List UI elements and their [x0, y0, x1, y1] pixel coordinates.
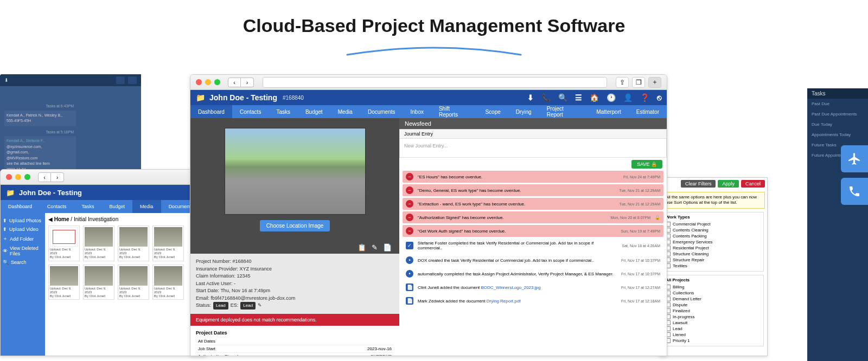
checkbox-row[interactable]: Structure Repair	[666, 257, 761, 263]
thumb-item[interactable]: Upload: Dec 9, 2023By Clint Junell	[83, 225, 114, 261]
edit-icon[interactable]: ✎	[258, 302, 262, 310]
feed-item[interactable]: •DOX created the task Verify Residential…	[403, 254, 663, 266]
checkbox-row[interactable]: Liened	[666, 332, 761, 338]
checkbox-row[interactable]: Billing	[666, 284, 761, 290]
sidebar-add-folder[interactable]: ＋Add Folder	[3, 234, 43, 244]
sidebar-view-deleted[interactable]: 👁View Deleted Files	[3, 244, 43, 258]
back-button[interactable]: ‹	[228, 78, 241, 87]
feed-item[interactable]: ✓Stefanie Foster completed the task Veri…	[403, 238, 663, 253]
help-icon[interactable]: ❓	[640, 93, 649, 102]
tab-shift[interactable]: Shift Reports	[431, 105, 477, 118]
tab-media[interactable]: Media	[132, 200, 161, 213]
tab-dashboard[interactable]: Dashboard	[190, 105, 232, 118]
back-button[interactable]: ‹	[38, 172, 51, 182]
search-icon[interactable]: 🔍	[558, 93, 567, 102]
close-dot[interactable]	[6, 174, 12, 180]
checkbox-row[interactable]: Contents Packing	[666, 233, 761, 239]
sidebar-upload-photos[interactable]: ⬆Upload Photos	[3, 216, 43, 225]
note-icon[interactable]: 📄	[383, 243, 392, 252]
tab-drying[interactable]: Drying	[508, 105, 539, 118]
tab-contacts[interactable]: Contacts	[232, 105, 269, 118]
clock-icon[interactable]: 🕐	[607, 93, 616, 102]
phone-icon[interactable]: 📞	[541, 93, 551, 102]
doc-link[interactable]: Drying Report.pdf	[487, 299, 521, 304]
task-card[interactable]: Kendall A., Patrick N., Wesley B., 555-4…	[4, 111, 76, 126]
cancel-button[interactable]: Cancel	[741, 180, 765, 188]
save-button[interactable]: SAVE 🔒	[631, 160, 662, 169]
feed-item[interactable]: −"Demo, General, ES work type" has becom…	[403, 184, 663, 196]
checkbox-row[interactable]: Lead	[666, 326, 761, 332]
doc-link[interactable]: BODC_WinnersLogo_2023.jpg	[481, 285, 541, 290]
feed-item[interactable]: −"Get Work Auth signed" has become overd…	[403, 225, 663, 237]
tab-dashboard[interactable]: Dashboard	[1, 200, 40, 213]
checkbox-row[interactable]: Emergency Services	[666, 239, 761, 245]
logout-icon[interactable]: ⎋	[657, 93, 661, 102]
close-dot[interactable]	[196, 79, 202, 85]
tab-budget[interactable]: Budget	[102, 200, 133, 213]
feed-item[interactable]: 📄Mark Zedwick added the document Drying …	[403, 295, 663, 307]
checkbox-row[interactable]: Demand Letter	[666, 296, 761, 302]
url-bar[interactable]	[263, 77, 607, 88]
tab-budget[interactable]: Budget	[298, 105, 330, 118]
edit-icon[interactable]: ✎	[372, 243, 378, 252]
max-dot[interactable]	[24, 174, 30, 180]
download-icon[interactable]: ⬇	[527, 93, 534, 102]
side-plane-button[interactable]	[841, 145, 868, 172]
download-icon[interactable]: ⬇	[4, 78, 9, 83]
copy-icon[interactable]: 📋	[358, 243, 366, 252]
checkbox-row[interactable]: Structure Cleaning	[666, 251, 761, 257]
checkbox-row[interactable]: Residential Project	[666, 245, 761, 251]
side-phone-button[interactable]	[841, 178, 868, 205]
grid-view-icon[interactable]	[128, 76, 137, 84]
breadcrumb-home[interactable]: Home	[54, 216, 69, 222]
checkbox-row[interactable]: Finalized	[666, 308, 761, 314]
thumb-item[interactable]: Upload: Dec 9, 2023By Clint Junell	[118, 265, 149, 300]
checkbox-row[interactable]: Dispute	[666, 302, 761, 308]
tab-tasks[interactable]: Tasks	[269, 105, 298, 118]
thumb-item[interactable]: Upload: Dec 9, 2023By Clint Junell	[118, 225, 149, 261]
tab-documents[interactable]: Documents	[360, 105, 403, 118]
thumb-item[interactable]: Upload: Dec 9, 2023By Clint Junell	[152, 265, 184, 300]
breadcrumb[interactable]: ◀ Home / Initial Investigation	[48, 216, 202, 225]
checkbox-row[interactable]: Textiles	[666, 263, 761, 269]
forward-button[interactable]: ›	[51, 172, 64, 182]
thumb-item[interactable]: Upload: Dec 9, 2023By Clint Junell	[48, 225, 80, 261]
share-icon[interactable]: ⇪	[616, 77, 629, 88]
sidebar-search[interactable]: 🔍Search	[3, 258, 43, 267]
tab-scope[interactable]: Scope	[477, 105, 508, 118]
checkbox-row[interactable]: Lawsuit	[666, 320, 761, 326]
menu-icon[interactable]: ☰	[575, 93, 582, 102]
checkbox-row[interactable]: Priority 1	[666, 338, 761, 344]
thumb-item[interactable]: Upload: Dec 9, 2023By Clint Junell	[48, 265, 80, 300]
clear-filters-button[interactable]: Clear Filters	[681, 180, 716, 188]
feed-item[interactable]: −"Authorization Signed" has become overd…	[403, 211, 663, 223]
checkbox-row[interactable]: Contents Cleaning	[666, 227, 761, 233]
user-icon[interactable]: 👤	[623, 93, 633, 102]
checkbox-row[interactable]: In-progress	[666, 314, 761, 320]
forward-button[interactable]: ›	[241, 78, 254, 87]
tab-contacts[interactable]: Contacts	[40, 200, 74, 213]
checkbox-row[interactable]: Commercial Project	[666, 221, 761, 227]
new-tab-icon[interactable]: ＋	[648, 77, 661, 88]
list-view-icon[interactable]	[116, 76, 125, 84]
sidebar-upload-video[interactable]: ⬆Upload Video	[3, 225, 43, 234]
min-dot[interactable]	[15, 174, 21, 180]
apply-button[interactable]: Apply	[718, 180, 739, 188]
thumb-item[interactable]: Upload: Dec 9, 2023By Clint Junell	[152, 225, 184, 261]
tab-inbox[interactable]: Inbox	[403, 105, 431, 118]
tab-tasks[interactable]: Tasks	[74, 200, 102, 213]
tab-media[interactable]: Media	[330, 105, 360, 118]
journal-entry-input[interactable]: New Journal Entry...	[400, 139, 666, 157]
min-dot[interactable]	[205, 79, 211, 85]
thumb-item[interactable]: Upload: Dec 9, 2023By Clint Junell	[83, 265, 114, 300]
max-dot[interactable]	[214, 79, 220, 85]
tabs-icon[interactable]: ❐	[632, 77, 645, 88]
feed-item[interactable]: −"ES Hours" has become overdue.Fri, Nov …	[403, 171, 663, 183]
choose-image-button[interactable]: Choose Location Image	[260, 220, 330, 231]
tab-report[interactable]: Project Report	[539, 105, 589, 118]
tab-estimator[interactable]: Estimator	[629, 105, 667, 118]
feed-item[interactable]: −"Extraction - wand, ES work type" has b…	[403, 198, 663, 210]
feed-item[interactable]: •automatically completed the task Assign…	[403, 268, 663, 280]
feed-item[interactable]: 📄Clint Junell added the document BODC_Wi…	[403, 281, 663, 293]
tab-matterport[interactable]: Matterport	[589, 105, 629, 118]
